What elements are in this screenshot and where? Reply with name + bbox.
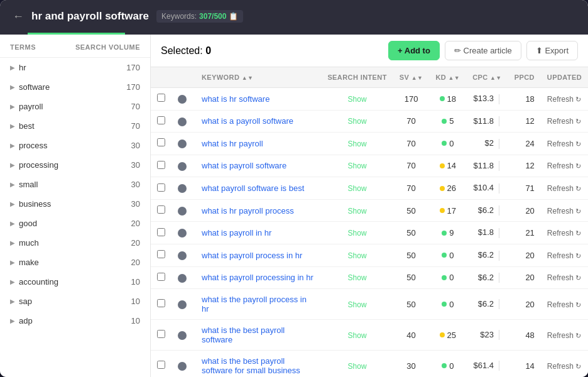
- kd-cell: 17: [435, 206, 460, 216]
- show-intent-button[interactable]: Show: [348, 229, 367, 238]
- kd-dot-icon: [442, 253, 447, 258]
- show-intent-button[interactable]: Show: [348, 95, 367, 104]
- keyword-link[interactable]: what is payroll process in hr: [202, 251, 302, 260]
- show-intent-button[interactable]: Show: [348, 300, 367, 309]
- intent-icon-cell: [172, 222, 195, 244]
- sv-header[interactable]: SV ▲▼: [393, 67, 430, 88]
- row-checkbox[interactable]: [157, 273, 165, 281]
- refresh-button[interactable]: Refresh ↻: [547, 229, 581, 238]
- sidebar-item-much[interactable]: ▶ much 20: [0, 233, 150, 253]
- row-checkbox-cell[interactable]: [151, 351, 172, 377]
- row-checkbox[interactable]: [157, 205, 165, 214]
- keyword-link[interactable]: what is the best payroll software: [202, 325, 285, 344]
- refresh-button[interactable]: Refresh ↻: [547, 331, 581, 340]
- keyword-link[interactable]: what is payroll software: [202, 161, 286, 170]
- keywords-info-icon[interactable]: 📋: [229, 12, 238, 21]
- sidebar-item-process[interactable]: ▶ process 30: [0, 136, 150, 155]
- row-checkbox-cell[interactable]: [151, 88, 172, 111]
- keyword-link[interactable]: what is hr payroll process: [202, 206, 294, 216]
- create-article-button[interactable]: ✏ Create article: [445, 41, 521, 60]
- refresh-button[interactable]: Refresh ↻: [547, 362, 581, 371]
- search-intent-header[interactable]: SEARCH INTENT: [321, 67, 393, 88]
- sidebar-item-software[interactable]: ▶ software 170: [0, 77, 150, 97]
- sidebar-item-good[interactable]: ▶ good 20: [0, 214, 150, 233]
- refresh-button[interactable]: Refresh ↻: [547, 95, 581, 104]
- keyword-link[interactable]: what is the payroll process in hr: [202, 295, 307, 314]
- cpc-header[interactable]: CPC ▲▼: [466, 67, 508, 88]
- keyword-link[interactable]: what is hr software: [202, 94, 270, 104]
- intent-icon-cell: [172, 351, 195, 377]
- show-intent-button[interactable]: Show: [348, 273, 367, 282]
- back-button[interactable]: ←: [13, 10, 24, 23]
- refresh-button[interactable]: Refresh ↻: [547, 139, 581, 148]
- keyword-header[interactable]: KEYWORD ▲▼: [195, 67, 321, 88]
- divider: [499, 361, 499, 371]
- sidebar-item-sap[interactable]: ▶ sap 10: [0, 292, 150, 311]
- kd-header[interactable]: KD ▲▼: [429, 67, 466, 88]
- row-checkbox-cell[interactable]: [151, 320, 172, 351]
- refresh-button[interactable]: Refresh ↻: [547, 184, 581, 193]
- show-intent-button[interactable]: Show: [348, 161, 367, 170]
- row-checkbox[interactable]: [157, 94, 165, 102]
- keyword-link[interactable]: what is a payroll software: [202, 116, 293, 126]
- refresh-button[interactable]: Refresh ↻: [547, 251, 581, 260]
- row-checkbox-cell[interactable]: [151, 177, 172, 200]
- refresh-button[interactable]: Refresh ↻: [547, 207, 581, 216]
- show-intent-button[interactable]: Show: [348, 139, 367, 148]
- show-intent-button[interactable]: Show: [348, 362, 367, 371]
- row-checkbox-cell[interactable]: [151, 289, 172, 320]
- sidebar-item-hr[interactable]: ▶ hr 170: [0, 58, 150, 77]
- kd-cell: 25: [435, 331, 460, 340]
- search-intent-cell: Show: [321, 289, 393, 320]
- keyword-link[interactable]: what is the best payroll software for sm…: [202, 356, 300, 375]
- row-checkbox[interactable]: [157, 330, 165, 338]
- row-checkbox[interactable]: [157, 361, 165, 369]
- ppcd-header[interactable]: PPCD: [508, 67, 541, 88]
- cpc-cell: $61.4: [466, 351, 508, 377]
- row-checkbox-cell[interactable]: [151, 266, 172, 289]
- show-intent-button[interactable]: Show: [348, 184, 367, 193]
- add-to-button[interactable]: + Add to: [388, 41, 440, 60]
- row-checkbox-cell[interactable]: [151, 110, 172, 133]
- divider: [499, 94, 499, 104]
- keyword-link[interactable]: what is payroll in hr: [202, 228, 271, 238]
- show-intent-button[interactable]: Show: [348, 117, 367, 126]
- show-intent-button[interactable]: Show: [348, 207, 367, 216]
- sidebar-item-make[interactable]: ▶ make 20: [0, 253, 150, 272]
- cpc-cell: $11.8: [466, 155, 508, 177]
- refresh-button[interactable]: Refresh ↻: [547, 273, 581, 282]
- row-checkbox[interactable]: [157, 299, 165, 307]
- keyword-link[interactable]: what payroll software is best: [202, 183, 304, 193]
- row-checkbox-cell[interactable]: [151, 199, 172, 222]
- refresh-button[interactable]: Refresh ↻: [547, 300, 581, 309]
- row-checkbox[interactable]: [157, 250, 165, 258]
- refresh-button[interactable]: Refresh ↻: [547, 161, 581, 170]
- sidebar-item-accounting[interactable]: ▶ accounting 10: [0, 272, 150, 292]
- sidebar-item-business[interactable]: ▶ business 30: [0, 194, 150, 214]
- sidebar-item-processing[interactable]: ▶ processing 30: [0, 155, 150, 175]
- row-checkbox[interactable]: [157, 183, 165, 192]
- kd-cell: 14: [435, 161, 460, 170]
- divider: [499, 205, 499, 216]
- row-checkbox-cell[interactable]: [151, 155, 172, 177]
- row-checkbox-cell[interactable]: [151, 222, 172, 244]
- row-checkbox[interactable]: [157, 228, 165, 236]
- refresh-button[interactable]: Refresh ↻: [547, 117, 581, 126]
- sidebar-item-best[interactable]: ▶ best 70: [0, 116, 150, 136]
- keyword-link[interactable]: what is payroll processing in hr: [202, 273, 313, 282]
- show-intent-button[interactable]: Show: [348, 331, 367, 340]
- row-checkbox-cell[interactable]: [151, 133, 172, 155]
- keyword-link[interactable]: what is hr payroll: [202, 139, 263, 148]
- sidebar-item-small[interactable]: ▶ small 30: [0, 175, 150, 194]
- export-button[interactable]: ⬆ Export: [526, 41, 578, 60]
- ppcd-cell: 12: [508, 110, 541, 133]
- show-intent-button[interactable]: Show: [348, 251, 367, 260]
- expand-arrow-icon: ▶: [10, 123, 15, 129]
- row-checkbox[interactable]: [157, 138, 165, 146]
- row-checkbox[interactable]: [157, 116, 165, 124]
- sidebar-item-count: 10: [131, 297, 140, 306]
- sidebar-item-adp[interactable]: ▶ adp 10: [0, 311, 150, 331]
- row-checkbox-cell[interactable]: [151, 244, 172, 266]
- row-checkbox[interactable]: [157, 161, 165, 169]
- sidebar-item-payroll[interactable]: ▶ payroll 70: [0, 97, 150, 116]
